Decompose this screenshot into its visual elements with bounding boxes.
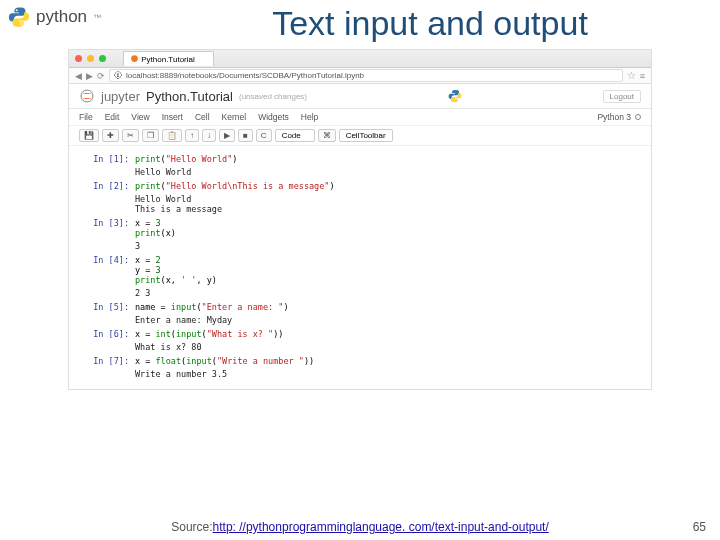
- menu-edit[interactable]: Edit: [105, 112, 120, 122]
- python-icon: [8, 6, 30, 28]
- output-text: Hello WorldThis is a message: [135, 194, 641, 214]
- jupyter-brand: jupyter: [101, 89, 140, 104]
- tab-title: Python.Tutorial: [141, 55, 195, 64]
- copy-button[interactable]: ❐: [142, 129, 159, 142]
- nav-reload-icon[interactable]: ⟳: [97, 71, 105, 81]
- code-input[interactable]: x = 3print(x): [135, 218, 641, 238]
- save-status: (unsaved changes): [239, 92, 307, 101]
- code-cell[interactable]: In [7]:x = float(input("Write a number "…: [79, 356, 641, 366]
- output-text: Hello World: [135, 167, 641, 177]
- output-text: Write a number 3.5: [135, 369, 641, 379]
- jupyter-toolbar: 💾 ✚ ✂ ❐ 📋 ↑ ↓ ▶ ■ C Code ⌘ CellToolbar: [69, 126, 651, 146]
- notebook-name[interactable]: Python.Tutorial: [146, 89, 233, 104]
- move-down-button[interactable]: ↓: [202, 129, 216, 142]
- stop-button[interactable]: ■: [238, 129, 253, 142]
- output-text: 3: [135, 241, 641, 251]
- svg-point-0: [81, 90, 93, 102]
- menu-view[interactable]: View: [131, 112, 149, 122]
- source-label: Source:: [171, 520, 212, 534]
- code-cell[interactable]: In [5]:name = input("Enter a name: "): [79, 302, 641, 312]
- code-cell[interactable]: In [6]:x = int(input("What is x? ")): [79, 329, 641, 339]
- output-text: 2 3: [135, 288, 641, 298]
- nav-fwd-icon[interactable]: ▶: [86, 71, 93, 81]
- close-dot[interactable]: [75, 55, 82, 62]
- paste-button[interactable]: 📋: [162, 129, 182, 142]
- in-prompt: In [5]:: [79, 302, 135, 312]
- kernel-status-icon: [635, 114, 641, 120]
- notebook-area: In [1]:print("Hello World").Hello WorldI…: [69, 146, 651, 389]
- code-input[interactable]: x = 2y = 3print(x, ' ', y): [135, 255, 641, 285]
- code-input[interactable]: print("Hello World\nThis is a message"): [135, 181, 641, 191]
- code-cell[interactable]: In [3]:x = 3print(x): [79, 218, 641, 238]
- in-prompt: In [6]:: [79, 329, 135, 339]
- info-icon: 🛈: [114, 71, 122, 80]
- cut-button[interactable]: ✂: [122, 129, 139, 142]
- logout-button[interactable]: Logout: [603, 90, 641, 103]
- in-prompt: In [4]:: [79, 255, 135, 285]
- menu-widgets[interactable]: Widgets: [258, 112, 289, 122]
- move-up-button[interactable]: ↑: [185, 129, 199, 142]
- output-text: What is x? 80: [135, 342, 641, 352]
- celltype-select[interactable]: Code: [275, 129, 315, 142]
- slide-title: Text input and output: [140, 4, 720, 43]
- kernel-name: Python 3: [597, 112, 631, 122]
- in-prompt: In [2]:: [79, 181, 135, 191]
- jupyter-header: jupyter Python.Tutorial (unsaved changes…: [69, 84, 651, 109]
- menu-kernel[interactable]: Kernel: [222, 112, 247, 122]
- code-input[interactable]: name = input("Enter a name: "): [135, 302, 641, 312]
- in-prompt: In [7]:: [79, 356, 135, 366]
- output-block: .Hello World: [79, 167, 641, 177]
- menu-insert[interactable]: Insert: [162, 112, 183, 122]
- browser-addressbar: ◀ ▶ ⟳ 🛈 localhost:8889/notebooks/Documen…: [69, 68, 651, 84]
- jupyter-menubar: File Edit View Insert Cell Kernel Widget…: [69, 109, 651, 126]
- address-text: localhost:8889/notebooks/Documents/SCDBA…: [126, 71, 364, 80]
- celltoolbar-select[interactable]: CellToolbar: [339, 129, 393, 142]
- output-block: .Write a number 3.5: [79, 369, 641, 379]
- bookmark-icon[interactable]: ☆: [627, 70, 636, 81]
- code-input[interactable]: x = int(input("What is x? ")): [135, 329, 641, 339]
- output-text: Enter a name: Myday: [135, 315, 641, 325]
- code-cell[interactable]: In [2]:print("Hello World\nThis is a mes…: [79, 181, 641, 191]
- jupyter-icon: [79, 88, 95, 104]
- code-input[interactable]: x = float(input("Write a number ")): [135, 356, 641, 366]
- output-block: .2 3: [79, 288, 641, 298]
- menu-cell[interactable]: Cell: [195, 112, 210, 122]
- source-link[interactable]: http: //pythonprogramminglanguage. com/t…: [213, 520, 549, 534]
- browser-tab[interactable]: Python.Tutorial: [123, 51, 214, 66]
- address-input[interactable]: 🛈 localhost:8889/notebooks/Documents/SCD…: [109, 69, 623, 82]
- code-input[interactable]: print("Hello World"): [135, 154, 641, 164]
- in-prompt: In [3]:: [79, 218, 135, 238]
- code-cell[interactable]: In [1]:print("Hello World"): [79, 154, 641, 164]
- source-footer: Source: http: //pythonprogramminglanguag…: [0, 520, 720, 534]
- logo-text: python: [36, 7, 87, 27]
- browser-window: Python.Tutorial ◀ ▶ ⟳ 🛈 localhost:8889/n…: [68, 49, 652, 390]
- menu-icon[interactable]: ≡: [640, 71, 645, 81]
- python-logo: python™: [8, 6, 101, 28]
- python-kernel-icon: [448, 89, 462, 103]
- output-block: .What is x? 80: [79, 342, 641, 352]
- output-block: .3: [79, 241, 641, 251]
- output-block: .Enter a name: Myday: [79, 315, 641, 325]
- nav-back-icon[interactable]: ◀: [75, 71, 82, 81]
- code-cell[interactable]: In [4]:x = 2y = 3print(x, ' ', y): [79, 255, 641, 285]
- min-dot[interactable]: [87, 55, 94, 62]
- menu-file[interactable]: File: [79, 112, 93, 122]
- in-prompt: In [1]:: [79, 154, 135, 164]
- menu-help[interactable]: Help: [301, 112, 318, 122]
- add-cell-button[interactable]: ✚: [102, 129, 119, 142]
- restart-button[interactable]: C: [256, 129, 272, 142]
- max-dot[interactable]: [99, 55, 106, 62]
- output-block: .Hello WorldThis is a message: [79, 194, 641, 214]
- browser-titlebar: Python.Tutorial: [69, 50, 651, 68]
- run-button[interactable]: ▶: [219, 129, 235, 142]
- command-palette-button[interactable]: ⌘: [318, 129, 336, 142]
- page-number: 65: [693, 520, 706, 534]
- save-button[interactable]: 💾: [79, 129, 99, 142]
